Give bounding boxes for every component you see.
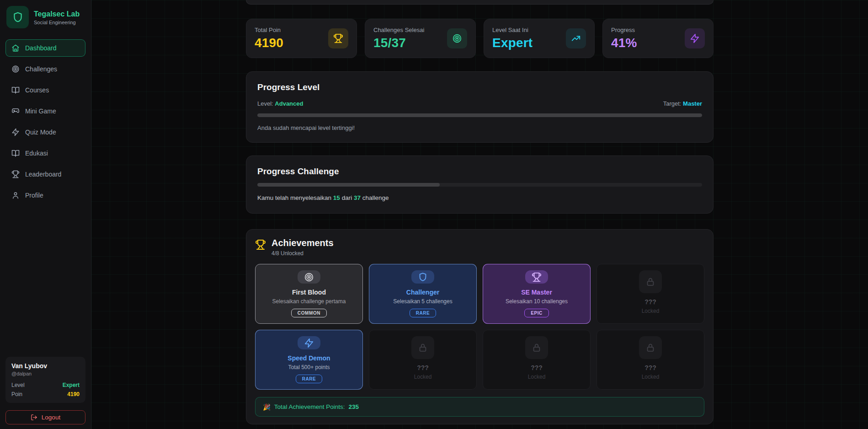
- total-points-value: 235: [348, 403, 359, 410]
- rarity-badge: EPIC: [524, 309, 549, 317]
- brand-subtitle: Social Engineering: [34, 20, 80, 25]
- achievement-card-locked: ??? Locked: [596, 330, 704, 390]
- achievement-card-locked: ??? Locked: [483, 330, 591, 390]
- sidebar-item-challenges[interactable]: Challenges: [5, 60, 85, 78]
- partial-card-above: [246, 0, 714, 5]
- achievement-title: ???: [417, 364, 429, 371]
- brand: Tegalsec Lab Social Engineering: [6, 6, 85, 28]
- target-icon: [447, 28, 467, 48]
- nav-label: Edukasi: [25, 150, 48, 157]
- stat-label: Challenges Selesai: [373, 27, 424, 33]
- stat-label: Total Poin: [255, 27, 283, 33]
- logout-button[interactable]: Logout: [5, 410, 85, 424]
- achievements-unlocked-count: 4/8 Unlocked: [272, 250, 334, 257]
- stat-card-challenges-selesai: Challenges Selesai 15/37: [365, 19, 476, 58]
- trophy-icon: [525, 270, 548, 284]
- zap-icon: [11, 128, 20, 136]
- achievements-title: Achievements: [272, 238, 334, 248]
- user-name: Van Lyubov: [11, 362, 80, 370]
- sidebar-nav: Dashboard Challenges Courses Mini Game Q…: [5, 39, 85, 204]
- zap-icon: [685, 28, 705, 48]
- target-row: Target: Master: [663, 100, 702, 107]
- zap-icon: [298, 336, 320, 349]
- level-label: Level:: [257, 100, 273, 107]
- achievement-title: ???: [644, 298, 656, 306]
- total-achievement-points-banner: 🎉 Total Achievement Points: 235: [255, 397, 704, 417]
- trophy-icon: [255, 239, 266, 250]
- stat-label: Level Saat Ini: [492, 27, 533, 33]
- progress-challenge-panel: Progress Challenge Kamu telah menyelesai…: [246, 156, 714, 214]
- logout-icon: [31, 414, 37, 421]
- nav-label: Quiz Mode: [25, 129, 56, 136]
- achievement-desc: Locked: [414, 374, 432, 380]
- progress-level-panel: Progress Level Level: Advanced Target: M…: [246, 71, 714, 143]
- panel-title: Progress Challenge: [257, 166, 702, 177]
- main-scroll-area[interactable]: Total Poin 4190 Challenges Selesai 15/37: [91, 0, 868, 429]
- user-level-label: Level: [11, 382, 25, 388]
- book-open-icon: [11, 86, 20, 94]
- achievement-title: ???: [644, 364, 656, 371]
- achievement-card-first-blood: First Blood Selesaikan challenge pertama…: [255, 264, 363, 324]
- user-icon: [11, 191, 20, 199]
- party-emoji: 🎉: [263, 403, 271, 411]
- stat-value: Expert: [492, 36, 533, 50]
- challenge-progress-fill: [257, 183, 440, 187]
- target-label: Target:: [663, 100, 682, 107]
- challenge-total-count: 37: [354, 194, 361, 201]
- sidebar-item-courses[interactable]: Courses: [5, 81, 85, 99]
- challenge-completed-count: 15: [333, 194, 340, 201]
- logout-label: Logout: [42, 414, 60, 421]
- stat-value: 41%: [611, 36, 637, 50]
- shield-icon: [411, 270, 434, 284]
- home-icon: [11, 44, 20, 52]
- stats-row: Total Poin 4190 Challenges Selesai 15/37: [246, 19, 714, 58]
- sidebar-item-quiz-mode[interactable]: Quiz Mode: [5, 123, 85, 141]
- challenge-progress-text: Kamu telah menyelesaikan 15 dari 37 chal…: [257, 194, 702, 201]
- lock-icon: [525, 336, 548, 359]
- rarity-badge: RARE: [296, 375, 323, 383]
- stat-value: 4190: [255, 36, 283, 50]
- stat-card-total-poin: Total Poin 4190: [246, 19, 357, 58]
- rarity-badge: COMMON: [291, 309, 327, 317]
- sidebar-item-dashboard[interactable]: Dashboard: [5, 39, 85, 57]
- achievement-card-se-master: SE Master Selesaikan 10 challenges EPIC: [483, 264, 591, 324]
- achievements-grid: First Blood Selesaikan challenge pertama…: [255, 264, 704, 390]
- target-value: Master: [683, 100, 702, 107]
- panel-title: Progress Level: [257, 82, 702, 92]
- stat-card-progress: Progress 41%: [602, 19, 714, 58]
- nav-label: Profile: [25, 192, 43, 199]
- brand-shield-icon: [6, 6, 29, 28]
- level-value: Advanced: [275, 100, 303, 107]
- trophy-icon: [11, 170, 20, 178]
- gamepad-icon: [11, 107, 20, 115]
- level-row: Level: Advanced: [257, 100, 303, 107]
- sidebar-item-leaderboard[interactable]: Leaderboard: [5, 166, 85, 183]
- nav-label: Dashboard: [25, 44, 57, 52]
- achievement-desc: Locked: [528, 374, 546, 380]
- lock-icon: [411, 336, 434, 359]
- sidebar-item-profile[interactable]: Profile: [5, 187, 85, 204]
- sidebar-item-mini-game[interactable]: Mini Game: [5, 102, 85, 120]
- achievement-desc: Locked: [642, 374, 660, 380]
- stat-card-level-saat-ini: Level Saat Ini Expert: [484, 19, 595, 58]
- challenge-progress-bar: [257, 183, 702, 187]
- nav-label: Leaderboard: [25, 171, 61, 178]
- trophy-icon: [328, 28, 348, 48]
- user-poin-value: 4190: [67, 391, 80, 397]
- trending-up-icon: [566, 28, 586, 48]
- nav-label: Challenges: [25, 65, 57, 73]
- stat-value: 15/37: [373, 36, 424, 50]
- achievement-card-speed-demon: Speed Demon Total 500+ points RARE: [255, 330, 363, 390]
- brand-title: Tegalsec Lab: [34, 10, 80, 19]
- achievement-card-locked: ??? Locked: [369, 330, 477, 390]
- stat-label: Progress: [611, 27, 637, 33]
- achievement-title: SE Master: [521, 289, 552, 296]
- achievement-card-challenger: Challenger Selesaikan 5 challenges RARE: [369, 264, 477, 324]
- achievement-desc: Selesaikan challenge pertama: [272, 298, 346, 305]
- lock-icon: [639, 270, 662, 293]
- achievement-desc: Locked: [642, 308, 660, 314]
- achievement-desc: Total 500+ points: [288, 364, 330, 370]
- sidebar-item-edukasi[interactable]: Edukasi: [5, 145, 85, 162]
- target-icon: [11, 65, 20, 73]
- lock-icon: [639, 336, 662, 359]
